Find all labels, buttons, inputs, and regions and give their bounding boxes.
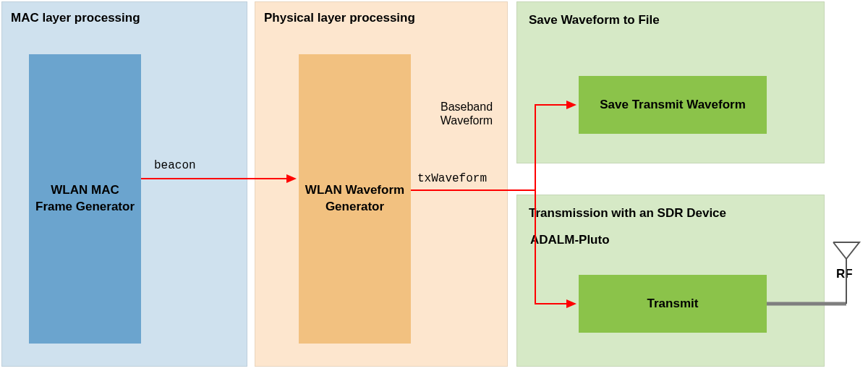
beacon-label: beacon <box>154 159 196 172</box>
wlan-waveform-generator-block: WLAN Waveform Generator <box>299 54 411 344</box>
baseband-waveform-label: Baseband Waveform <box>427 100 506 127</box>
txwaveform-label: txWaveform <box>417 172 487 185</box>
physical-layer-title: Physical layer processing <box>264 11 415 25</box>
save-transmit-waveform-label: Save Transmit Waveform <box>600 97 746 114</box>
mac-layer-title: MAC layer processing <box>11 11 140 25</box>
sdr-transmission-title: Transmission with an SDR Device <box>529 206 726 221</box>
save-waveform-title: Save Waveform to File <box>529 13 660 27</box>
transmit-label: Transmit <box>647 296 699 312</box>
rf-label: RF <box>836 267 853 281</box>
wlan-mac-frame-generator-block: WLAN MAC Frame Generator <box>29 54 141 344</box>
wlan-mac-frame-generator-label: WLAN MAC Frame Generator <box>35 182 135 216</box>
transmit-block: Transmit <box>579 275 767 333</box>
save-transmit-waveform-block: Save Transmit Waveform <box>579 76 767 134</box>
wlan-waveform-generator-label: WLAN Waveform Generator <box>305 182 405 216</box>
adalm-pluto-label: ADALM-Pluto <box>530 233 610 247</box>
